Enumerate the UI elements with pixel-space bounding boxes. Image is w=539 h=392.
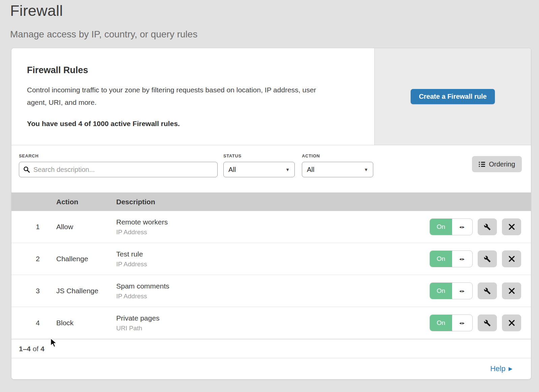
intro-section: Firewall Rules Control incoming traffic … xyxy=(11,48,531,145)
ordered-list-icon xyxy=(479,161,485,167)
wrench-icon xyxy=(484,255,491,263)
close-icon xyxy=(508,288,515,294)
rule-match-type: IP Address xyxy=(116,293,417,300)
rule-match-type: IP Address xyxy=(116,261,417,268)
search-icon xyxy=(23,166,30,173)
delete-rule-button[interactable] xyxy=(502,250,521,267)
rule-enabled-toggle[interactable]: On ◂▸ xyxy=(430,218,473,235)
edit-rule-button[interactable] xyxy=(478,250,497,267)
rule-priority: 2 xyxy=(32,255,44,263)
rule-action: Challenge xyxy=(56,255,104,263)
rule-action: Allow xyxy=(56,223,104,231)
pagination-bar: 1–4 of 4 xyxy=(11,339,531,358)
delete-rule-button[interactable] xyxy=(502,314,521,331)
create-firewall-rule-button[interactable]: Create a Firewall rule xyxy=(411,89,495,104)
help-link[interactable]: Help ▶ xyxy=(490,364,512,373)
close-icon xyxy=(508,223,515,230)
card-footer: Help ▶ xyxy=(11,358,531,379)
toggle-on-label: On xyxy=(430,283,452,299)
card-description: Control incoming traffic to your zone by… xyxy=(27,84,334,109)
toggle-handle-icon: ◂▸ xyxy=(452,219,472,235)
column-header-action: Action xyxy=(56,198,104,206)
filters-bar: SEARCH STATUS All ▼ ACTION All ▼ xyxy=(11,145,531,192)
column-header-description: Description xyxy=(116,198,518,206)
card-heading: Firewall Rules xyxy=(27,65,361,76)
toggle-on-label: On xyxy=(430,315,452,331)
page-header: Firewall Manage access by IP, country, o… xyxy=(0,0,539,40)
delete-rule-button[interactable] xyxy=(502,218,521,235)
ordering-button-label: Ordering xyxy=(489,160,515,168)
wrench-icon xyxy=(484,320,491,327)
chevron-down-icon: ▼ xyxy=(285,167,290,172)
rule-enabled-toggle[interactable]: On ◂▸ xyxy=(430,282,473,299)
close-icon xyxy=(508,255,515,262)
action-selected-value: All xyxy=(307,166,314,174)
search-input[interactable] xyxy=(19,162,218,177)
edit-rule-button[interactable] xyxy=(478,218,497,235)
action-select[interactable]: All ▼ xyxy=(302,162,373,177)
rule-enabled-toggle[interactable]: On ◂▸ xyxy=(430,250,473,267)
ordering-button[interactable]: Ordering xyxy=(472,156,522,172)
rule-description: Remote workers xyxy=(116,218,417,226)
create-rule-panel: Create a Firewall rule xyxy=(374,48,531,145)
table-row: 2 Challenge Test rule IP Address On ◂▸ xyxy=(11,243,531,275)
action-label: ACTION xyxy=(302,153,373,158)
search-label: SEARCH xyxy=(19,153,218,158)
rule-action: JS Challenge xyxy=(56,287,104,295)
delete-rule-button[interactable] xyxy=(502,282,521,299)
toggle-handle-icon: ◂▸ xyxy=(452,315,472,331)
help-link-label: Help xyxy=(490,364,505,373)
status-filter-group: STATUS All ▼ xyxy=(223,153,295,177)
table-header: Action Description xyxy=(11,192,531,211)
intro-text-panel: Firewall Rules Control incoming traffic … xyxy=(11,48,374,145)
table-row: 1 Allow Remote workers IP Address On ◂▸ xyxy=(11,211,531,243)
rule-enabled-toggle[interactable]: On ◂▸ xyxy=(430,314,473,331)
status-selected-value: All xyxy=(228,166,236,174)
edit-rule-button[interactable] xyxy=(478,314,497,331)
table-row: 3 JS Challenge Spam comments IP Address … xyxy=(11,275,531,307)
pagination-separator: of xyxy=(31,345,40,353)
rule-match-type: IP Address xyxy=(116,229,417,236)
arrow-right-icon: ▶ xyxy=(508,366,512,372)
rule-description: Test rule xyxy=(116,250,417,258)
page-subtitle: Manage access by IP, country, or query r… xyxy=(10,29,539,40)
rule-action: Block xyxy=(56,319,104,327)
wrench-icon xyxy=(484,223,491,231)
rule-priority: 4 xyxy=(32,319,44,327)
toggle-handle-icon: ◂▸ xyxy=(452,283,472,299)
status-select[interactable]: All ▼ xyxy=(223,162,295,177)
rule-priority: 1 xyxy=(32,223,44,231)
page-title: Firewall xyxy=(10,2,539,20)
rule-description: Private pages xyxy=(116,314,417,322)
pagination-total: 4 xyxy=(40,345,44,353)
table-row: 4 Block Private pages URI Path On ◂▸ xyxy=(11,307,531,339)
pagination-range: 1–4 xyxy=(19,345,31,353)
rule-priority: 3 xyxy=(32,287,44,295)
search-filter-group: SEARCH xyxy=(19,153,218,177)
edit-rule-button[interactable] xyxy=(478,282,497,299)
usage-summary: You have used 4 of 1000 active Firewall … xyxy=(27,120,361,128)
toggle-handle-icon: ◂▸ xyxy=(452,251,472,267)
toggle-on-label: On xyxy=(430,219,452,235)
status-label: STATUS xyxy=(223,153,295,158)
close-icon xyxy=(508,320,515,326)
rule-match-type: URI Path xyxy=(116,325,417,332)
toggle-on-label: On xyxy=(430,251,452,267)
action-filter-group: ACTION All ▼ xyxy=(302,153,373,177)
firewall-rules-card: Firewall Rules Control incoming traffic … xyxy=(11,48,531,380)
wrench-icon xyxy=(484,288,491,295)
chevron-down-icon: ▼ xyxy=(364,167,368,172)
rule-description: Spam comments xyxy=(116,282,417,290)
